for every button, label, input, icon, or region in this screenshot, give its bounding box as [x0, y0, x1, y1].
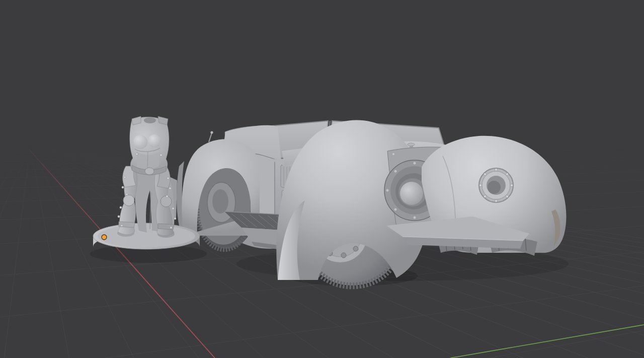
turbine-dome	[400, 182, 423, 205]
figurine-torso	[130, 116, 169, 175]
knee-pad-right	[160, 196, 172, 207]
viewport[interactable]	[0, 0, 644, 358]
knee-pad-left	[123, 195, 134, 206]
neck-socket	[144, 117, 156, 123]
car-mirror-head	[210, 131, 213, 133]
car-porthole	[479, 168, 513, 202]
bust-left	[133, 135, 147, 149]
belt-buckle	[145, 168, 154, 175]
rear-hub-center	[212, 189, 228, 213]
viewport-canvas[interactable]	[0, 0, 644, 358]
object-origin-icon[interactable]	[102, 235, 107, 240]
bust-right	[148, 134, 161, 148]
